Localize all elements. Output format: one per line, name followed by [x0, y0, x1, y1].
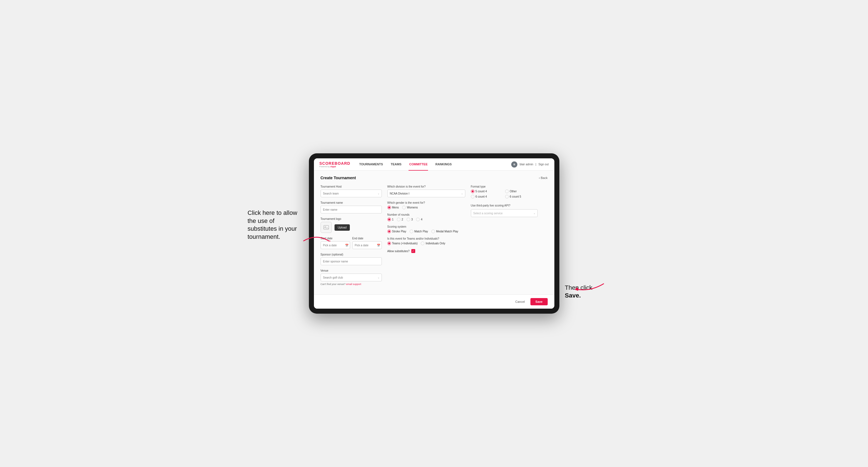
page-title: Create Tournament: [320, 176, 356, 180]
division-select[interactable]: NCAA Division I: [388, 189, 465, 197]
scoring-stroke-label: Stroke Play: [392, 230, 406, 233]
cancel-button[interactable]: Cancel: [513, 298, 528, 305]
start-date-wrapper: 📅: [320, 241, 350, 249]
rounds-3[interactable]: 3: [407, 218, 413, 221]
gender-womens-radio[interactable]: [402, 206, 406, 209]
scoring-medal[interactable]: Medal Match Play: [431, 229, 458, 233]
rounds-3-radio[interactable]: [407, 218, 410, 221]
nav-bar: SCOREBOARD Powered by clippd TOURNAMENTS…: [314, 158, 554, 170]
gender-mens[interactable]: Mens: [388, 206, 399, 209]
form-footer: Cancel Save: [314, 294, 554, 309]
logo-upload-area: Upload: [320, 222, 382, 233]
end-date-group: End date 📅: [352, 237, 382, 249]
format-6count5[interactable]: 6 count 5: [505, 195, 538, 198]
sign-out-link[interactable]: Sign out: [538, 163, 549, 166]
tournament-host-input[interactable]: [320, 189, 382, 197]
nav-committee[interactable]: COMMITTEE: [408, 158, 428, 170]
scoring-stroke[interactable]: Stroke Play: [388, 229, 406, 233]
format-5count4[interactable]: 5 count 4: [471, 189, 503, 193]
start-date-input[interactable]: [320, 241, 350, 249]
gender-mens-radio[interactable]: [388, 206, 391, 209]
scoring-match[interactable]: Match Play: [410, 229, 428, 233]
nav-right: B blair admin | Sign out: [511, 161, 549, 167]
start-date-group: Start date 📅: [320, 237, 350, 249]
date-row: Start date 📅 End date 📅: [320, 237, 382, 249]
rounds-3-label: 3: [411, 218, 413, 221]
event-teams[interactable]: Teams (+Individuals): [388, 242, 418, 245]
allow-substitutes-checkbox[interactable]: ✓: [411, 249, 415, 253]
format-5count4-radio[interactable]: [471, 189, 474, 193]
third-party-label: Use third-party live scoring API?: [471, 204, 538, 207]
rounds-4[interactable]: 4: [416, 218, 423, 221]
tournament-name-group: Tournament name: [320, 201, 382, 214]
format-6count4[interactable]: 6 count 4: [471, 195, 503, 198]
venue-input[interactable]: [320, 274, 382, 281]
rounds-4-radio[interactable]: [416, 218, 420, 221]
scoring-stroke-radio[interactable]: [388, 229, 391, 233]
form-col-1: Tournament Host ⌄ Tournament name Tourna: [320, 185, 382, 289]
scoring-service-select[interactable]: Select a scoring service: [471, 209, 538, 217]
annotation-left: Click here to allow the use of substitut…: [248, 209, 303, 241]
scoring-medal-radio[interactable]: [431, 229, 435, 233]
tournament-logo-group: Tournament logo Upload: [320, 217, 382, 233]
format-6count4-radio[interactable]: [471, 195, 474, 198]
format-other-radio[interactable]: [505, 189, 509, 193]
rounds-label: Number of rounds: [388, 213, 465, 216]
annotation-right: Then click Save.: [565, 284, 615, 300]
rounds-2[interactable]: 2: [397, 218, 403, 221]
gender-mens-label: Mens: [392, 206, 399, 209]
event-type-label: Is this event for Teams and/or Individua…: [388, 237, 465, 240]
division-select-wrapper: NCAA Division I ⌄: [388, 189, 465, 197]
format-6count5-radio[interactable]: [505, 195, 509, 198]
division-group: Which division is the event for? NCAA Di…: [388, 185, 465, 197]
tournament-name-label: Tournament name: [320, 201, 382, 204]
rounds-1-radio[interactable]: [388, 218, 391, 221]
form-col-2: Which division is the event for? NCAA Di…: [388, 185, 465, 289]
format-group: Format type 5 count 4 Other: [471, 185, 538, 198]
nav-teams[interactable]: TEAMS: [390, 158, 402, 170]
rounds-1[interactable]: 1: [388, 218, 394, 221]
format-other[interactable]: Other: [505, 189, 538, 193]
back-button[interactable]: ‹ Back: [539, 176, 548, 180]
venue-label: Venue: [320, 269, 382, 272]
tournament-name-input[interactable]: [320, 206, 382, 214]
sponsor-input[interactable]: [320, 257, 382, 265]
tournament-logo-label: Tournament logo: [320, 217, 382, 220]
sponsor-label: Sponsor (optional): [320, 253, 382, 256]
tournament-host-label: Tournament Host: [320, 185, 382, 188]
end-date-wrapper: 📅: [352, 241, 382, 249]
save-button[interactable]: Save: [530, 298, 548, 305]
allow-substitutes-label: Allow substitutes?: [388, 250, 410, 253]
form-grid: Tournament Host ⌄ Tournament name Tourna: [320, 185, 548, 289]
event-individuals-radio[interactable]: [421, 242, 425, 245]
start-date-label: Start date: [320, 237, 350, 240]
scoring-label: Scoring system: [388, 225, 465, 228]
nav-tournaments[interactable]: TOURNAMENTS: [359, 158, 383, 170]
gender-label: Which gender is the event for?: [388, 201, 465, 204]
event-teams-radio[interactable]: [388, 242, 391, 245]
gender-radio-group: Mens Womens: [388, 206, 465, 209]
division-label: Which division is the event for?: [388, 185, 465, 188]
logo-placeholder-icon: [320, 222, 332, 233]
venue-wrapper: ⌄: [320, 274, 382, 281]
rounds-2-label: 2: [402, 218, 403, 221]
event-individuals-label: Individuals Only: [426, 242, 445, 245]
scoring-group: Scoring system Stroke Play Match Play: [388, 225, 465, 233]
svg-point-3: [325, 226, 326, 227]
rounds-radio-group: 1 2 3: [388, 218, 465, 221]
rounds-2-radio[interactable]: [397, 218, 400, 221]
scoring-medal-label: Medal Match Play: [436, 230, 458, 233]
gender-womens[interactable]: Womens: [402, 206, 418, 209]
scoring-match-radio[interactable]: [410, 229, 413, 233]
event-individuals[interactable]: Individuals Only: [421, 242, 445, 245]
format-options-grid: 5 count 4 Other 6 count 4: [471, 189, 538, 198]
nav-rankings[interactable]: RANKINGS: [435, 158, 452, 170]
venue-email-support-link[interactable]: email support: [346, 283, 361, 285]
upload-button[interactable]: Upload: [335, 224, 350, 231]
end-date-input[interactable]: [352, 241, 382, 249]
user-name: blair admin: [520, 163, 533, 166]
rounds-4-label: 4: [421, 218, 423, 221]
event-teams-label: Teams (+Individuals): [392, 242, 418, 245]
gender-group: Which gender is the event for? Mens Wome…: [388, 201, 465, 209]
format-label: Format type: [471, 185, 538, 188]
